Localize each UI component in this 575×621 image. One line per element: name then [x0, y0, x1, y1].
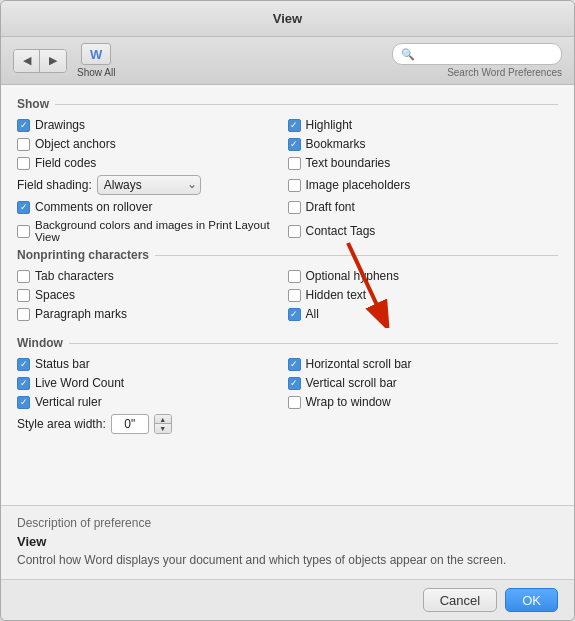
- ok-button[interactable]: OK: [505, 588, 558, 612]
- label-status-bar: Status bar: [35, 357, 90, 371]
- option-optional-hyphens: Optional hyphens: [288, 268, 559, 284]
- option-highlight: Highlight: [288, 117, 559, 133]
- label-image-placeholders: Image placeholders: [306, 178, 411, 192]
- field-shading-select[interactable]: Always Never When selected: [97, 175, 201, 195]
- checkbox-all[interactable]: [288, 308, 301, 321]
- option-all: All: [288, 306, 559, 322]
- option-status-bar: Status bar: [17, 356, 288, 372]
- checkbox-status-bar[interactable]: [17, 358, 30, 371]
- nonprinting-section-header: Nonprinting characters: [17, 248, 558, 262]
- label-contact-tags: Contact Tags: [306, 224, 376, 238]
- checkbox-field-codes[interactable]: [17, 157, 30, 170]
- option-text-boundaries: Text boundaries: [288, 155, 559, 171]
- show-all-icon: W: [81, 43, 111, 65]
- search-preferences-label: Search Word Preferences: [447, 67, 562, 78]
- checkbox-vertical-ruler[interactable]: [17, 396, 30, 409]
- option-bookmarks: Bookmarks: [288, 136, 559, 152]
- description-section: Description of preference View Control h…: [1, 505, 574, 579]
- checkbox-paragraph-marks[interactable]: [17, 308, 30, 321]
- checkbox-comments-rollover[interactable]: [17, 201, 30, 214]
- label-tab-characters: Tab characters: [35, 269, 114, 283]
- checkbox-horizontal-scroll[interactable]: [288, 358, 301, 371]
- label-horizontal-scroll: Horizontal scroll bar: [306, 357, 412, 371]
- checkbox-highlight[interactable]: [288, 119, 301, 132]
- option-paragraph-marks: Paragraph marks: [17, 306, 288, 322]
- checkbox-live-word-count[interactable]: [17, 377, 30, 390]
- option-horizontal-scroll: Horizontal scroll bar: [288, 356, 559, 372]
- option-drawings: Drawings: [17, 117, 288, 133]
- field-shading-select-wrapper: Always Never When selected: [97, 175, 201, 195]
- checkbox-hidden-text[interactable]: [288, 289, 301, 302]
- show-section-header: Show: [17, 97, 558, 111]
- cancel-button[interactable]: Cancel: [423, 588, 497, 612]
- label-comments-rollover: Comments on rollover: [35, 200, 152, 214]
- checkbox-text-boundaries[interactable]: [288, 157, 301, 170]
- label-draft-font: Draft font: [306, 200, 355, 214]
- back-button[interactable]: ◀: [14, 50, 40, 72]
- label-optional-hyphens: Optional hyphens: [306, 269, 399, 283]
- description-section-label: Description of preference: [17, 516, 558, 530]
- label-style-area-width: Style area width:: [17, 417, 106, 431]
- label-wrap-to-window: Wrap to window: [306, 395, 391, 409]
- label-live-word-count: Live Word Count: [35, 376, 124, 390]
- checkbox-image-placeholders[interactable]: [288, 179, 301, 192]
- label-object-anchors: Object anchors: [35, 137, 116, 151]
- option-wrap-to-window: Wrap to window: [288, 394, 559, 410]
- checkbox-draft-font[interactable]: [288, 201, 301, 214]
- show-all-button[interactable]: W Show All: [77, 43, 115, 78]
- label-hidden-text: Hidden text: [306, 288, 367, 302]
- search-area: 🔍 Search Word Preferences: [392, 43, 562, 78]
- style-area-stepper: ▲ ▼: [154, 414, 172, 434]
- label-vertical-ruler: Vertical ruler: [35, 395, 102, 409]
- option-field-codes: Field codes: [17, 155, 288, 171]
- option-background-colors: Background colors and images in Print La…: [17, 218, 288, 244]
- style-area-input[interactable]: [111, 414, 149, 434]
- preferences-window: View ◀ ▶ W Show All 🔍 Search Word Prefer…: [0, 0, 575, 621]
- checkbox-background-colors[interactable]: [17, 225, 30, 238]
- checkbox-tab-characters[interactable]: [17, 270, 30, 283]
- checkbox-spaces[interactable]: [17, 289, 30, 302]
- show-all-label: Show All: [77, 67, 115, 78]
- label-highlight: Highlight: [306, 118, 353, 132]
- option-hidden-text: Hidden text: [288, 287, 559, 303]
- content-area: Show Drawings Highlight Object anchors B…: [1, 85, 574, 505]
- show-options-grid: Drawings Highlight Object anchors Bookma…: [17, 117, 558, 244]
- nav-buttons: ◀ ▶: [13, 49, 67, 73]
- stepper-up-button[interactable]: ▲: [155, 415, 171, 424]
- option-comments-rollover: Comments on rollover: [17, 199, 288, 215]
- nonprinting-section-wrapper: Nonprinting characters Tab characters O: [17, 248, 558, 326]
- checkbox-optional-hyphens[interactable]: [288, 270, 301, 283]
- checkbox-contact-tags[interactable]: [288, 225, 301, 238]
- footer: Cancel OK: [1, 579, 574, 620]
- checkbox-vertical-scroll[interactable]: [288, 377, 301, 390]
- checkbox-drawings[interactable]: [17, 119, 30, 132]
- style-area-row: Style area width: ▲ ▼: [17, 413, 288, 435]
- label-field-shading: Field shading:: [17, 178, 92, 192]
- option-object-anchors: Object anchors: [17, 136, 288, 152]
- search-box[interactable]: 🔍: [392, 43, 562, 65]
- toolbar: ◀ ▶ W Show All 🔍 Search Word Preferences: [1, 37, 574, 85]
- option-vertical-ruler: Vertical ruler: [17, 394, 288, 410]
- checkbox-object-anchors[interactable]: [17, 138, 30, 151]
- option-contact-tags: Contact Tags: [288, 218, 559, 244]
- option-image-placeholders: Image placeholders: [288, 174, 559, 196]
- checkbox-bookmarks[interactable]: [288, 138, 301, 151]
- label-field-codes: Field codes: [35, 156, 96, 170]
- label-spaces: Spaces: [35, 288, 75, 302]
- window-section-header: Window: [17, 336, 558, 350]
- checkbox-wrap-to-window[interactable]: [288, 396, 301, 409]
- search-input[interactable]: [419, 47, 553, 61]
- label-bookmarks: Bookmarks: [306, 137, 366, 151]
- field-shading-row: Field shading: Always Never When selecte…: [17, 174, 288, 196]
- option-vertical-scroll: Vertical scroll bar: [288, 375, 559, 391]
- window-title: View: [273, 11, 302, 26]
- label-text-boundaries: Text boundaries: [306, 156, 391, 170]
- window-options-grid: Status bar Horizontal scroll bar Live Wo…: [17, 356, 558, 435]
- label-paragraph-marks: Paragraph marks: [35, 307, 127, 321]
- stepper-down-button[interactable]: ▼: [155, 424, 171, 433]
- search-icon: 🔍: [401, 48, 415, 61]
- label-vertical-scroll: Vertical scroll bar: [306, 376, 397, 390]
- forward-button[interactable]: ▶: [40, 50, 66, 72]
- option-live-word-count: Live Word Count: [17, 375, 288, 391]
- option-spaces: Spaces: [17, 287, 288, 303]
